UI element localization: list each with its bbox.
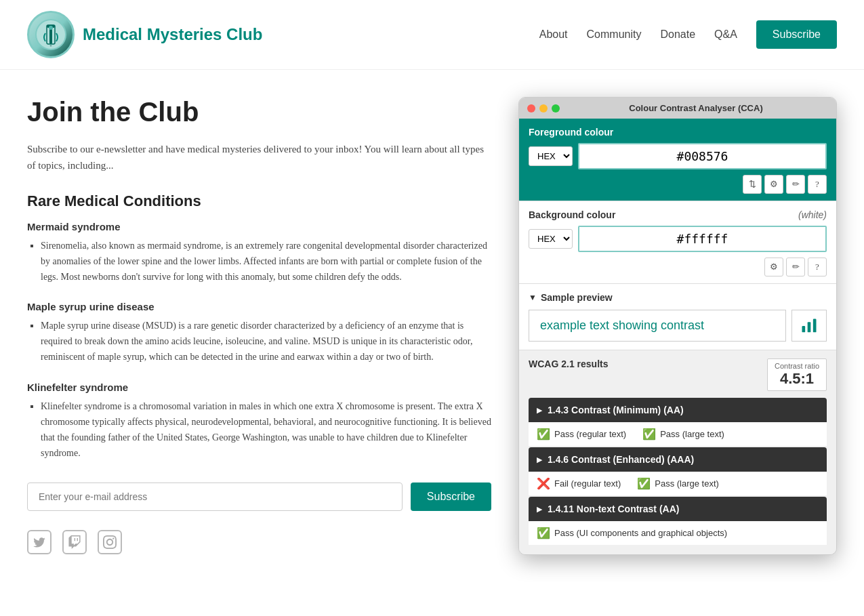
fg-format-select[interactable]: HEX — [529, 146, 573, 166]
wcag-header: WCAG 2.1 results Contrast ratio 4.5:1 — [529, 358, 827, 391]
fg-help-tool[interactable]: ? — [808, 175, 827, 194]
twitter-icon[interactable] — [27, 530, 52, 554]
close-button[interactable] — [527, 104, 535, 112]
bg-value-input[interactable] — [578, 226, 827, 252]
bg-header: Background colour (white) — [529, 209, 827, 220]
instagram-icon[interactable] — [98, 530, 122, 554]
cca-title: Colour Contrast Analyser (CCA) — [564, 103, 828, 113]
pass-icon-0: ✅ — [537, 428, 550, 440]
svg-point-4 — [49, 26, 53, 30]
condition-title-maple: Maple syrup urine disease — [27, 301, 491, 312]
preview-label: Sample preview — [541, 292, 613, 303]
contrast-ratio-box: Contrast ratio 4.5:1 — [767, 358, 827, 391]
condition-title-klinefelter: Klinefelter syndrome — [27, 382, 491, 393]
wcag-146-result-label-0: Fail (regular text) — [554, 478, 621, 489]
nav-community[interactable]: Community — [587, 28, 642, 41]
wcag-item-1411: ▶ 1.4.11 Non-text Contrast (AA) ✅ Pass (… — [529, 497, 827, 545]
bg-format-select[interactable]: HEX — [529, 229, 573, 249]
foreground-section: Foreground colour HEX ⇅ ⚙ ✏ ? — [519, 119, 836, 201]
main-content: Join the Club Subscribe to our e-newslet… — [27, 97, 491, 555]
condition-title-mermaid: Mermaid syndrome — [27, 221, 491, 232]
wcag-item-146: ▶ 1.4.6 Contrast (Enhanced) (AAA) ❌ Fail… — [529, 447, 827, 495]
fg-swap-tool[interactable]: ⇅ — [743, 175, 762, 194]
svg-rect-7 — [808, 322, 811, 332]
wcag-1411-title: 1.4.11 Non-text Contrast (AA) — [548, 504, 679, 514]
wcag-146-result-label-1: Pass (large text) — [655, 478, 719, 489]
cca-titlebar: Colour Contrast Analyser (CCA) — [519, 98, 836, 119]
social-icons — [27, 530, 491, 554]
condition-desc-mermaid: Sirenomelia, also known as mermaid syndr… — [41, 238, 491, 285]
condition-mermaid: Mermaid syndrome Sirenomelia, also known… — [27, 221, 491, 285]
wcag-146-header[interactable]: ▶ 1.4.6 Contrast (Enhanced) (AAA) — [529, 447, 827, 472]
wcag-143-result-label-1: Pass (large text) — [660, 429, 724, 439]
conditions-heading: Rare Medical Conditions — [27, 192, 491, 210]
wcag-143-result-label-0: Pass (regular text) — [554, 429, 626, 439]
svg-text:+: + — [49, 43, 52, 47]
header-subscribe-button[interactable]: Subscribe — [756, 20, 837, 49]
wcag-section: WCAG 2.1 results Contrast ratio 4.5:1 ▶ … — [519, 350, 836, 554]
condition-klinefelter: Klinefelter syndrome Klinefelter syndrom… — [27, 382, 491, 461]
fg-input-row: HEX — [529, 143, 827, 169]
fg-adjust-tool[interactable]: ⚙ — [764, 175, 783, 194]
wcag-146-result-1: ✅ Pass (large text) — [637, 477, 719, 490]
wcag-143-expand-icon: ▶ — [537, 406, 542, 415]
svg-rect-6 — [802, 326, 806, 332]
wcag-1411-result-0: ✅ Pass (UI components and graphical obje… — [537, 527, 727, 539]
logo-image: + — [27, 11, 75, 58]
wcag-title: WCAG 2.1 results — [529, 358, 608, 369]
bg-adjust-tool[interactable]: ⚙ — [764, 258, 783, 276]
wcag-143-result-1: ✅ Pass (large text) — [642, 428, 724, 440]
fg-value-input[interactable] — [578, 143, 827, 169]
twitch-icon[interactable] — [62, 530, 87, 554]
preview-triangle-icon: ▼ — [529, 293, 537, 303]
preview-chart-button[interactable] — [791, 310, 827, 342]
foreground-label: Foreground colour — [529, 127, 827, 138]
intro-paragraph: Subscribe to our e-newsletter and have m… — [27, 141, 491, 173]
sample-preview-section: ▼ Sample preview example text showing co… — [519, 283, 836, 350]
pass-icon-2: ✅ — [637, 477, 651, 490]
fail-icon-0: ❌ — [537, 477, 550, 490]
email-section: Subscribe — [27, 482, 491, 511]
wcag-143-header[interactable]: ▶ 1.4.3 Contrast (Minimum) (AA) — [529, 398, 827, 422]
pass-icon-3: ✅ — [537, 527, 550, 539]
page-heading: Join the Club — [27, 97, 491, 127]
cca-body: Foreground colour HEX ⇅ ⚙ ✏ ? — [519, 119, 836, 554]
email-input[interactable] — [27, 482, 403, 511]
wcag-1411-results: ✅ Pass (UI components and graphical obje… — [529, 521, 827, 545]
pass-icon-1: ✅ — [642, 428, 656, 440]
wcag-1411-result-label-0: Pass (UI components and graphical object… — [554, 528, 727, 538]
bg-help-tool[interactable]: ? — [808, 258, 827, 276]
wcag-143-results: ✅ Pass (regular text) ✅ Pass (large text… — [529, 422, 827, 446]
contrast-ratio-value: 4.5:1 — [775, 370, 819, 388]
wcag-146-result-0: ❌ Fail (regular text) — [537, 477, 621, 490]
cca-panel: Colour Contrast Analyser (CCA) Foregroun… — [518, 97, 837, 555]
bg-input-row: HEX — [529, 226, 827, 252]
svg-rect-8 — [813, 319, 817, 332]
background-label: Background colour — [529, 209, 615, 220]
nav-about[interactable]: About — [539, 28, 568, 41]
wcag-146-results: ❌ Fail (regular text) ✅ Pass (large text… — [529, 472, 827, 495]
fg-tools: ⇅ ⚙ ✏ ? — [529, 175, 827, 194]
fg-eyedropper-tool[interactable]: ✏ — [786, 175, 805, 194]
main-nav: About Community Donate Q&A Subscribe — [539, 20, 837, 49]
wcag-item-143: ▶ 1.4.3 Contrast (Minimum) (AA) ✅ Pass (… — [529, 398, 827, 446]
maximize-button[interactable] — [552, 104, 560, 112]
wcag-1411-expand-icon: ▶ — [537, 505, 542, 514]
subscribe-button[interactable]: Subscribe — [411, 482, 491, 511]
bg-tools: ⚙ ✏ ? — [529, 258, 827, 276]
nav-qa[interactable]: Q&A — [714, 28, 737, 41]
minimize-button[interactable] — [539, 104, 548, 112]
nav-donate[interactable]: Donate — [660, 28, 695, 41]
wcag-143-title: 1.4.3 Contrast (Minimum) (AA) — [548, 405, 684, 415]
condition-maple: Maple syrup urine disease Maple syrup ur… — [27, 301, 491, 365]
bg-eyedropper-tool[interactable]: ✏ — [786, 258, 805, 276]
site-title: Medical Mysteries Club — [83, 25, 262, 44]
wcag-1411-header[interactable]: ▶ 1.4.11 Non-text Contrast (AA) — [529, 497, 827, 521]
wcag-146-expand-icon: ▶ — [537, 455, 542, 464]
condition-desc-klinefelter: Klinefelter syndrome is a chromosomal va… — [41, 398, 491, 461]
bg-white-indicator: (white) — [798, 209, 827, 220]
logo-area: + Medical Mysteries Club — [27, 11, 262, 58]
preview-header: ▼ Sample preview — [529, 292, 827, 303]
cca-window: Colour Contrast Analyser (CCA) Foregroun… — [518, 97, 837, 555]
preview-content: example text showing contrast — [529, 310, 827, 342]
